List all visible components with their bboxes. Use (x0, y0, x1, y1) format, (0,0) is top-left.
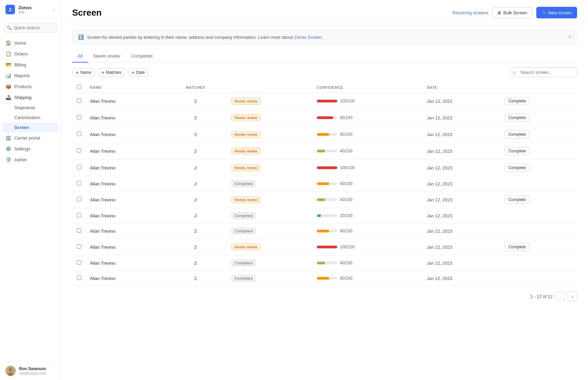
status-badge: Needs review (231, 148, 260, 154)
user-name: Ron Swanson (19, 366, 46, 371)
confidence-bar-bg (317, 133, 337, 136)
status-badge: Completed (231, 228, 256, 234)
quick-search-input[interactable] (4, 23, 57, 33)
row-action: Complete (501, 239, 577, 255)
user-info: Ron Swanson ron@zonos.com (19, 366, 46, 375)
row-status: Completed (227, 255, 313, 271)
page-header: Screen Recurring screens ⊞ Bulk Screen ＋… (61, 0, 588, 24)
complete-button[interactable]: Complete (505, 114, 529, 122)
status-badge: Needs review (231, 114, 260, 121)
row-matches: 2 (164, 239, 227, 255)
filter-chip-matches[interactable]: + Matches (98, 68, 125, 77)
bulk-screen-button[interactable]: ⊞ Bulk Screen (492, 7, 532, 18)
row-confidence: 40/100 (313, 192, 423, 208)
row-confidence: 60/100 (313, 176, 423, 192)
row-checkbox[interactable] (77, 98, 81, 103)
row-action: Complete (501, 192, 577, 208)
sidebar-item-shipments[interactable]: Shipments (0, 103, 61, 113)
table-row: Allan Trevino 2 Completed 20/100 Jan 12,… (72, 208, 577, 224)
header-actions: Recurring screens ⊞ Bulk Screen ＋ New sc… (453, 7, 577, 18)
confidence-bar-fill (317, 116, 333, 119)
complete-button[interactable]: Complete (505, 164, 529, 172)
sidebar-item-shipments-label: Shipments (14, 105, 35, 110)
row-checkbox[interactable] (77, 148, 81, 153)
bulk-icon: ⊞ (497, 10, 501, 15)
pagination-next-button[interactable]: › (568, 292, 577, 301)
pagination: 1 - 12 of 12 ‹ › (72, 286, 577, 307)
recurring-screens-button[interactable]: Recurring screens (453, 10, 489, 15)
brand-id: 909 (18, 10, 49, 14)
confidence-text: 100/100 (340, 165, 356, 170)
confidence-text: 60/100 (340, 181, 356, 186)
nav-section: 🏠 Home 📋 Orders 💳 Billing 📊 Reports 📦 Pr… (0, 36, 61, 166)
row-checkbox[interactable] (77, 115, 81, 119)
complete-button[interactable]: Complete (505, 130, 529, 138)
sidebar-item-screen-label: Screen (14, 125, 29, 130)
row-date: Jan 12, 2023 (423, 126, 501, 143)
search-screen-input[interactable] (509, 67, 577, 77)
sidebar-item-screen[interactable]: Screen (3, 122, 58, 132)
sidebar-item-reports[interactable]: 📊 Reports (0, 70, 61, 81)
complete-button[interactable]: Complete (505, 243, 529, 251)
row-status: Needs review (227, 110, 313, 126)
select-all-checkbox[interactable] (77, 85, 81, 89)
pagination-prev-button[interactable]: ‹ (555, 292, 565, 301)
new-screen-button[interactable]: ＋ New screen (536, 7, 577, 18)
table-row: Allan Trevino 2 Needs review 100/100 Jan… (72, 239, 577, 255)
tab-needs-review[interactable]: Needs review (88, 50, 126, 63)
info-close-button[interactable]: × (568, 34, 571, 40)
row-checkbox[interactable] (77, 132, 81, 136)
row-confidence: 80/100 (313, 110, 423, 126)
sidebar-item-orders-label: Orders (14, 51, 28, 56)
sidebar-item-shipping[interactable]: 🚢 Shipping (0, 92, 61, 103)
row-checkbox[interactable] (77, 276, 81, 280)
sidebar-item-carrier-portal-label: Carrier portal (14, 135, 40, 141)
sidebar-item-settings[interactable]: ⚙️ Settings (0, 143, 61, 154)
row-matches: 2 (164, 192, 227, 208)
row-checkbox[interactable] (77, 181, 81, 185)
brand-section[interactable]: Z Zonos 909 ⌄ (0, 0, 61, 19)
table-row: Allan Trevino 2 Completed 60/100 Jan 12,… (72, 224, 577, 239)
col-header-matches: MATCHES (164, 82, 227, 93)
row-checkbox[interactable] (77, 260, 81, 265)
row-date: Jan 12, 2023 (423, 160, 501, 176)
confidence-bar-bg (317, 166, 337, 169)
sidebar-item-home[interactable]: 🏠 Home (0, 37, 61, 48)
sidebar-item-carrier-portal[interactable]: 🏢 Carrier portal (0, 132, 61, 143)
sidebar-item-billing[interactable]: 💳 Billing (0, 59, 61, 70)
row-action: Complete (501, 143, 577, 160)
filter-chip-date[interactable]: + Date (128, 68, 149, 77)
user-section[interactable]: Ron Swanson ron@zonos.com (0, 361, 61, 380)
filter-bar: + Name + Matches + Date ⊙ (72, 63, 577, 82)
complete-button[interactable]: Complete (505, 97, 529, 105)
complete-button[interactable]: Complete (505, 196, 529, 204)
row-checkbox[interactable] (77, 165, 81, 169)
row-confidence: 60/100 (313, 271, 423, 286)
sidebar-item-admin[interactable]: 🛡️ Admin (0, 154, 61, 165)
row-checkbox[interactable] (77, 228, 81, 233)
tab-completed[interactable]: Completed (126, 50, 158, 63)
info-banner-text: Screen for denied parties by entering in… (87, 35, 565, 40)
brand-avatar: Z (5, 5, 15, 14)
row-name: Allan Trevino (86, 192, 164, 208)
row-confidence: 60/100 (313, 224, 423, 239)
home-icon: 🏠 (5, 40, 11, 46)
confidence-bar-fill (317, 230, 329, 232)
row-status: Completed (227, 176, 313, 192)
sidebar-item-cartonization[interactable]: Cartonization (0, 113, 61, 122)
row-checkbox[interactable] (77, 244, 81, 249)
tab-all[interactable]: All (72, 50, 88, 63)
confidence-text: 60/100 (340, 132, 356, 137)
row-checkbox[interactable] (77, 213, 81, 217)
row-matches: 2 (164, 224, 227, 239)
confidence-text: 100/100 (340, 245, 356, 249)
row-confidence: 40/100 (313, 255, 423, 271)
sidebar-item-products[interactable]: 📦 Products (0, 81, 61, 92)
confidence-bar-fill (317, 277, 329, 280)
complete-button[interactable]: Complete (505, 147, 529, 155)
filter-chip-name[interactable]: + Name (72, 68, 95, 77)
info-banner-link[interactable]: Zonos Screen (294, 35, 322, 40)
status-badge: Needs review (231, 196, 260, 203)
row-checkbox[interactable] (77, 197, 81, 201)
sidebar-item-orders[interactable]: 📋 Orders (0, 48, 61, 59)
